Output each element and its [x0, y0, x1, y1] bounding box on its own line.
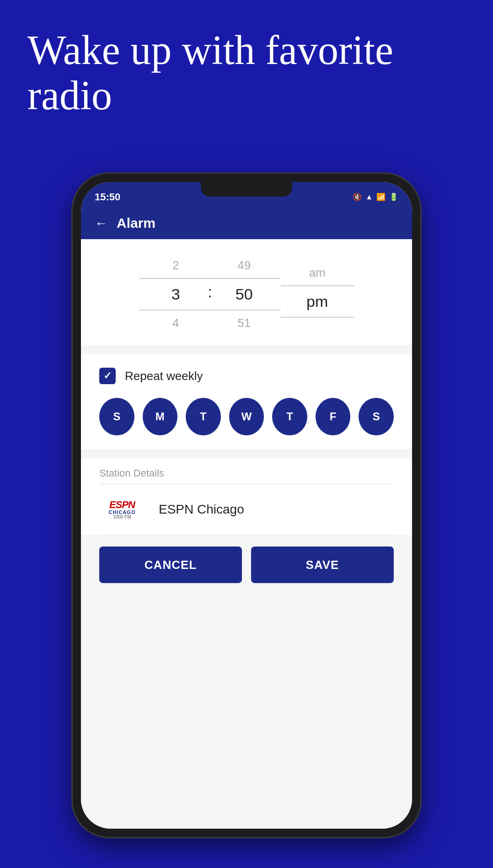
- notch: [201, 182, 292, 197]
- station-row[interactable]: ESPN CHICAGO 1000 FM ESPN Chicago: [99, 484, 394, 535]
- day-friday[interactable]: F: [316, 398, 351, 435]
- freq-text: 1000 FM: [113, 515, 131, 520]
- day-monday[interactable]: M: [143, 398, 178, 435]
- minute-selected[interactable]: 50: [208, 278, 281, 311]
- repeat-label: Repeat weekly: [125, 369, 203, 383]
- station-logo: ESPN CHICAGO 1000 FM: [99, 496, 145, 523]
- save-button[interactable]: SAVE: [251, 547, 394, 583]
- hour-above: 2: [139, 253, 212, 278]
- status-time: 15:50: [95, 191, 120, 203]
- period-picker[interactable]: am pm: [281, 260, 354, 329]
- back-button[interactable]: ←: [95, 216, 107, 230]
- wifi-icon: ▲: [365, 193, 373, 201]
- chicago-text: CHICAGO: [109, 510, 136, 515]
- checkmark-icon: ✓: [103, 370, 112, 382]
- minutes-picker[interactable]: 49 50 51: [208, 253, 281, 336]
- hour-below: 4: [139, 311, 212, 336]
- cancel-button[interactable]: CANCEL: [99, 547, 242, 583]
- screen-content: 2 3 4 : 49 50 51 am pm: [81, 239, 412, 829]
- day-thursday[interactable]: T: [272, 398, 307, 435]
- app-header: ← Alarm: [81, 207, 412, 239]
- hour-selected[interactable]: 3: [139, 278, 212, 311]
- period-below: [281, 318, 354, 329]
- battery-icon: 🔋: [389, 193, 398, 201]
- phone-shell: 15:50 🔇 ▲ 📶 🔋 ← Alarm 2 3 4: [73, 174, 420, 837]
- station-name: ESPN Chicago: [159, 502, 244, 517]
- espn-text: ESPN: [109, 500, 135, 510]
- time-picker[interactable]: 2 3 4 : 49 50 51 am pm: [81, 239, 412, 345]
- minute-below: 51: [208, 311, 281, 336]
- repeat-checkbox[interactable]: ✓: [99, 368, 116, 384]
- headline: Wake up with favorite radio: [27, 27, 466, 118]
- period-selected[interactable]: pm: [281, 285, 354, 318]
- action-buttons: CANCEL SAVE: [99, 547, 394, 583]
- day-saturday[interactable]: S: [359, 398, 394, 435]
- signal-icon: 📶: [376, 193, 386, 201]
- espn-logo: ESPN CHICAGO 1000 FM: [109, 500, 136, 520]
- day-sunday[interactable]: S: [99, 398, 134, 435]
- station-section: Station Details ESPN CHICAGO 1000 FM ESP…: [81, 458, 412, 535]
- station-section-label: Station Details: [99, 458, 394, 484]
- status-icons: 🔇 ▲ 📶 🔋: [353, 193, 398, 201]
- options-section: ✓ Repeat weekly S M T W T F S: [81, 354, 412, 449]
- hours-picker[interactable]: 2 3 4: [139, 253, 212, 336]
- phone-screen: 15:50 🔇 ▲ 📶 🔋 ← Alarm 2 3 4: [81, 182, 412, 829]
- day-tuesday[interactable]: T: [186, 398, 221, 435]
- day-buttons: S M T W T F S: [99, 398, 394, 435]
- repeat-row[interactable]: ✓ Repeat weekly: [99, 368, 394, 384]
- screen-title: Alarm: [117, 215, 155, 231]
- mute-icon: 🔇: [353, 193, 362, 201]
- day-wednesday[interactable]: W: [229, 398, 264, 435]
- minute-above: 49: [208, 253, 281, 278]
- period-above: am: [281, 260, 354, 285]
